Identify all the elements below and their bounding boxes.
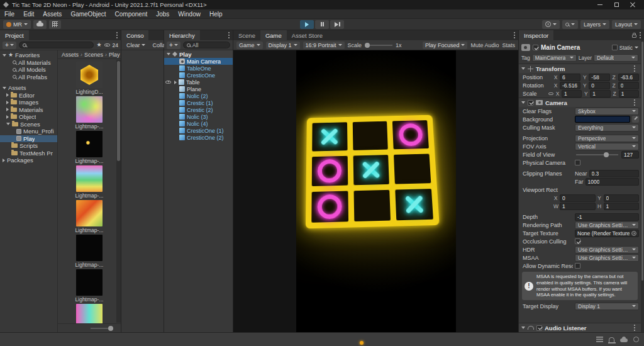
project-scrollbar[interactable] [116,60,121,323]
thumbnail-size-slider[interactable] [91,328,113,329]
foldout-closed-icon[interactable] [6,93,9,97]
hierarchy-search-input[interactable]: All [183,42,230,48]
notification-bell-icon[interactable] [609,337,614,342]
hierarchy-item[interactable]: Nolic (3) [164,113,233,120]
foldout-open-icon[interactable] [167,53,170,55]
visibility-eye-icon[interactable] [104,43,110,47]
foldout-closed-icon[interactable] [6,101,9,104]
tree-assets[interactable]: Assets [0,84,57,92]
board-cell-0-1[interactable] [352,121,388,150]
asset-thumbnail[interactable]: Lightmap-... [58,200,121,233]
object-picker-icon[interactable] [631,231,636,236]
component-menu-icon[interactable] [634,102,636,104]
scale-z-field[interactable]: 1 [619,90,639,98]
tree-packages[interactable]: Packages [0,157,57,164]
foldout-open-icon[interactable] [3,54,6,57]
viewport-x-field[interactable]: 0 [560,194,596,202]
rendering-path-dropdown[interactable]: Use Graphics Settings [575,221,639,229]
clear-flags-dropdown[interactable]: Skybox [575,108,639,115]
layer-dropdown[interactable]: Default [594,54,638,62]
favorites-star-icon[interactable]: ★ [96,42,101,48]
tag-dropdown[interactable]: MainCamera [532,54,577,62]
project-search-input[interactable] [19,42,94,48]
hierarchy-item[interactable]: Nolic (2) [164,92,233,99]
foldout-closed-icon[interactable] [3,159,5,162]
hierarchy-item-table[interactable]: Table [164,79,233,86]
inspector-scrollbar[interactable] [641,40,644,332]
hierarchy-item[interactable]: CresticOne (1) [164,127,233,134]
viewport-h-field[interactable]: 1 [604,203,640,210]
near-field[interactable]: 0.3 [589,170,639,177]
aspect-ratio-dropdown[interactable]: 16:9 Portrait [303,42,345,49]
transform-component-header[interactable]: Transform [519,64,641,73]
tab-game[interactable]: Game [260,30,287,40]
tab-scene[interactable]: Scene [233,30,260,40]
asset-thumbnail[interactable]: LightingD... [58,62,121,95]
component-menu-icon[interactable] [634,68,636,70]
console-icon[interactable] [596,337,603,343]
slider-knob[interactable] [604,152,609,157]
layers-dropdown[interactable]: Layers [580,20,609,29]
component-menu-icon[interactable] [634,327,636,329]
board-cell-2-2[interactable] [395,189,433,220]
hierarchy-item[interactable]: TableOne [164,65,233,72]
target-texture-field[interactable]: None (Render Texture [575,230,639,237]
occlusion-culling-checkbox[interactable] [575,238,580,244]
camera-component-header[interactable]: Camera [519,98,641,107]
board-cell-2-1[interactable] [353,190,391,221]
scrollbar-handle[interactable] [641,42,643,281]
tree-folder-images[interactable]: Images [0,99,57,106]
pause-button[interactable] [315,20,329,29]
eyedropper-icon[interactable] [632,116,639,123]
tree-folder-scripts[interactable]: Scripts [0,142,57,150]
menu-gameobject[interactable]: GameObject [66,11,110,18]
tree-folder-textmeshpro[interactable]: TextMesh Pr [0,150,57,157]
scrollbar-handle[interactable] [117,61,120,161]
cloud-sync-icon[interactable] [620,338,628,342]
foldout-closed-icon[interactable] [6,115,9,119]
foldout-closed-icon[interactable] [6,108,9,111]
hdr-dropdown[interactable]: Use Graphics Settings [575,246,639,254]
tab-inspector[interactable]: Inspector [519,30,553,40]
services-button[interactable] [49,20,61,29]
board-cell-1-1[interactable] [353,155,389,185]
account-dropdown[interactable]: MR [3,20,31,29]
lock-icon[interactable] [632,35,636,38]
display-dropdown[interactable]: Display 1 [266,42,300,49]
asset-thumbnail[interactable]: Lightmap-... [58,304,121,323]
panel-menu-icon[interactable] [514,35,516,36]
viewport-y-field[interactable]: 0 [604,194,640,202]
breadcrumb-scenes[interactable]: Scenes [84,52,103,58]
clear-button[interactable]: Clear [124,42,148,48]
tree-folder-object[interactable]: Object [0,113,57,121]
tree-folder-materials[interactable]: Materials [0,106,57,114]
static-checkbox[interactable] [612,45,618,50]
hierarchy-item[interactable]: CresticOne [164,72,233,79]
panel-menu-icon[interactable] [228,35,230,36]
scale-slider[interactable] [365,45,392,46]
viewport-w-field[interactable]: 1 [560,203,596,210]
visibility-eye-icon[interactable] [165,81,171,84]
tab-asset-store[interactable]: Asset Store [287,30,328,40]
hierarchy-item[interactable]: Crestic (2) [164,106,233,113]
asset-thumbnail[interactable]: Lightmap-... [58,235,121,268]
audio-listener-component-header[interactable]: Audio Listener [519,323,641,332]
camera-enabled-checkbox[interactable] [528,100,533,106]
console-log-area[interactable] [121,50,164,332]
minimize-button[interactable] [597,2,603,8]
game-mode-dropdown[interactable]: Game [236,42,263,49]
gameobject-name[interactable]: Main Camera [541,44,609,51]
menu-jobs[interactable]: Jobs [152,11,174,18]
play-button[interactable] [300,20,314,29]
position-x-field[interactable]: 6 [560,74,580,81]
fov-axis-dropdown[interactable]: Vertical [575,143,639,150]
position-y-field[interactable]: -58 [589,74,609,81]
mute-audio-button[interactable]: Mute Audio [470,42,499,48]
maximize-button[interactable] [613,2,619,8]
board-cell-1-2[interactable] [394,153,431,184]
scale-y-field[interactable]: 1 [590,90,610,98]
physical-camera-checkbox[interactable] [575,160,580,165]
menu-window[interactable]: Window [174,11,205,18]
tree-scene-play[interactable]: Play [0,135,57,143]
tree-all-materials[interactable]: All Materials [0,59,57,67]
